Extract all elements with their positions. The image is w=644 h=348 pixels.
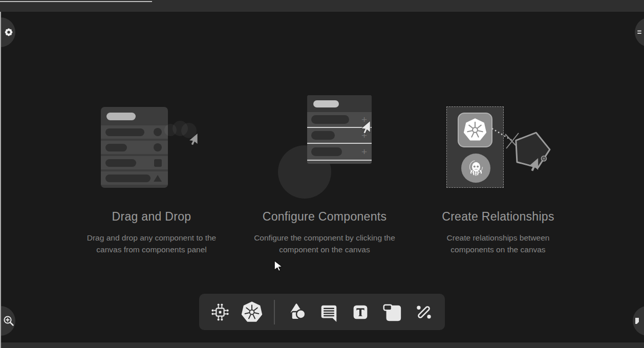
bottom-right-dock-button[interactable] bbox=[633, 306, 644, 336]
card-title: Drag and Drop bbox=[65, 210, 239, 223]
shapes-icon bbox=[286, 301, 308, 323]
feature-card-configure-components: + + + Configure Components Configure the… bbox=[238, 91, 412, 255]
quick-actions-button[interactable] bbox=[0, 17, 15, 47]
pentagon-shape bbox=[516, 133, 550, 167]
kanvas-screen: Drag and Drop Drag and drop any componen… bbox=[0, 0, 644, 348]
component-icon bbox=[209, 301, 231, 323]
plus-icon: + bbox=[361, 146, 367, 156]
ghost-cursor-icon bbox=[188, 134, 198, 145]
card-description: Create relationships between components … bbox=[439, 232, 557, 255]
feature-card-create-relationships: Create Relationships Create relationship… bbox=[411, 91, 585, 255]
left-edge-scrollbar[interactable] bbox=[0, 12, 1, 348]
card-title: Create Relationships bbox=[411, 210, 585, 223]
tool-button-shapes[interactable] bbox=[286, 301, 308, 323]
top-right-dock-button[interactable] bbox=[635, 17, 644, 47]
tool-button-components[interactable] bbox=[209, 301, 231, 323]
partial-icon bbox=[634, 317, 640, 324]
relationship-edge-graphic bbox=[488, 122, 560, 176]
note-icon bbox=[381, 301, 403, 323]
ghost-cursor-icon bbox=[360, 121, 371, 134]
kubernetes-tile bbox=[458, 113, 492, 147]
squid-badge bbox=[461, 154, 490, 183]
card-description: Drag and drop any component to the canva… bbox=[82, 232, 221, 255]
tool-button-comment[interactable] bbox=[318, 301, 339, 323]
configure-components-illustration: + + + bbox=[238, 91, 412, 209]
canvas-toolbar bbox=[199, 294, 445, 330]
bottom-status-bar bbox=[0, 342, 644, 348]
squid-mascot-icon bbox=[466, 158, 486, 179]
kubernetes-icon bbox=[463, 118, 487, 142]
partial-icon bbox=[637, 29, 642, 35]
tool-button-note[interactable] bbox=[381, 301, 403, 323]
mouse-cursor bbox=[274, 260, 283, 271]
feature-card-drag-and-drop: Drag and Drop Drag and drop any componen… bbox=[65, 91, 239, 255]
zoom-in-icon bbox=[3, 315, 15, 328]
card-title: Configure Components bbox=[238, 210, 412, 223]
create-relationships-illustration bbox=[411, 91, 585, 209]
zoom-in-button[interactable] bbox=[0, 306, 15, 336]
kubernetes-icon bbox=[241, 301, 263, 323]
top-bar bbox=[0, 0, 644, 12]
relationship-icon bbox=[413, 301, 435, 323]
text-icon bbox=[350, 301, 371, 323]
card-description: Configure the component by clicking the … bbox=[248, 232, 401, 255]
flower-icon bbox=[4, 28, 13, 37]
tool-button-text[interactable] bbox=[350, 301, 371, 323]
comment-icon bbox=[318, 301, 339, 323]
tool-button-relationship[interactable] bbox=[413, 301, 435, 323]
toolbar-divider bbox=[274, 300, 275, 324]
tool-button-kubernetes[interactable] bbox=[241, 301, 263, 323]
progress-line bbox=[0, 1, 152, 2]
components-panel-graphic bbox=[101, 107, 168, 188]
design-canvas[interactable]: Drag and Drop Drag and drop any componen… bbox=[0, 12, 644, 342]
drag-and-drop-illustration bbox=[65, 91, 239, 209]
